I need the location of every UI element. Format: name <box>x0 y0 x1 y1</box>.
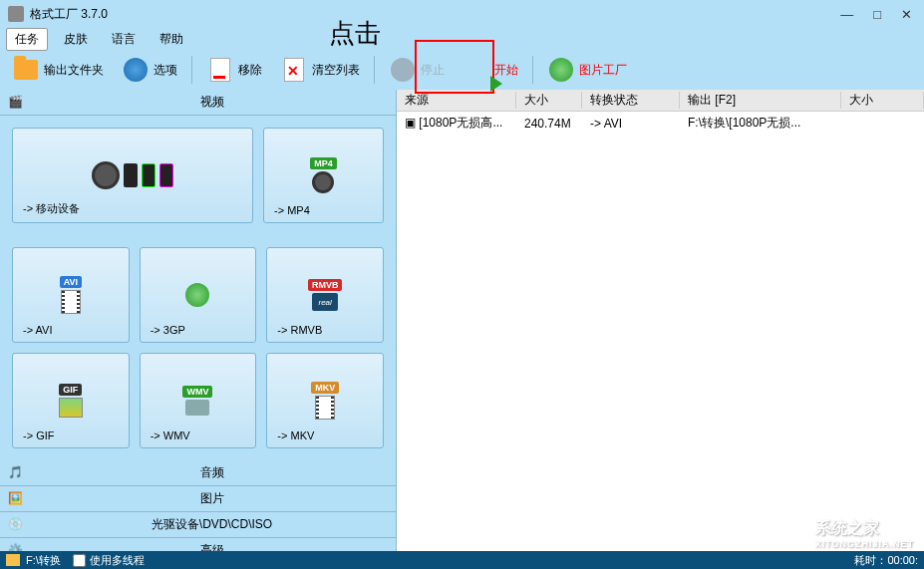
format-rmvb-label: -> RMVB <box>277 324 322 336</box>
format-gif-label: -> GIF <box>23 429 54 441</box>
image-factory-button[interactable]: 图片工厂 <box>541 54 633 86</box>
category-image-label: 图片 <box>36 490 388 507</box>
menubar: 任务 皮肤 语言 帮助 <box>0 28 924 50</box>
window-title: 格式工厂 3.7.0 <box>30 6 108 23</box>
toolbar: 输出文件夹 选项 移除 ✕ 清空列表 停止 开始 图片工厂 <box>0 50 924 90</box>
gif-icon: GIF <box>59 373 83 428</box>
status-path[interactable]: F:\转换 <box>26 553 61 568</box>
advanced-category-icon: ⚙️ <box>8 543 28 552</box>
rmvb-icon: RMVB real <box>308 267 343 323</box>
mkv-icon: MKV <box>311 373 339 428</box>
category-advanced-label: 高级 <box>36 542 388 551</box>
format-mp4-label: -> MP4 <box>274 204 310 216</box>
format-avi[interactable]: AVI -> AVI <box>12 247 130 343</box>
toolbar-separator <box>191 56 192 84</box>
avi-icon: AVI <box>60 267 82 323</box>
menu-language[interactable]: 语言 <box>104 29 144 50</box>
folder-icon[interactable] <box>6 554 20 566</box>
mp4-icon: MP4 <box>310 147 337 203</box>
maximize-button[interactable]: □ <box>869 7 885 22</box>
remove-button[interactable]: 移除 <box>200 54 268 86</box>
3gp-icon <box>185 267 209 323</box>
globe-icon <box>547 56 575 84</box>
statusbar: F:\转换 使用多线程 耗时：00:00: <box>0 551 924 569</box>
category-disc[interactable]: 💿 光驱设备\DVD\CD\ISO <box>0 512 396 538</box>
format-gif[interactable]: GIF -> GIF <box>12 353 130 448</box>
column-headers: 来源 大小 转换状态 输出 [F2] 大小 <box>397 90 924 112</box>
header-status[interactable]: 转换状态 <box>582 92 680 109</box>
output-folder-button[interactable]: 输出文件夹 <box>6 54 110 86</box>
options-label: 选项 <box>154 62 177 79</box>
wmv-icon: WMV <box>182 373 212 428</box>
multithread-label: 使用多线程 <box>90 553 145 568</box>
category-audio-label: 音频 <box>36 464 388 481</box>
video-category-icon: 🎬 <box>8 95 28 111</box>
titlebar: 格式工厂 3.7.0 — □ ✕ <box>0 0 924 28</box>
image-factory-label: 图片工厂 <box>579 62 627 79</box>
clear-list-button[interactable]: ✕ 清空列表 <box>274 54 366 86</box>
disc-category-icon: 💿 <box>8 517 28 533</box>
clear-icon: ✕ <box>280 56 308 84</box>
category-advanced[interactable]: ⚙️ 高级 <box>0 538 396 551</box>
audio-category-icon: 🎵 <box>8 465 28 481</box>
globe-icon <box>122 56 150 84</box>
start-icon <box>462 56 490 84</box>
close-button[interactable]: ✕ <box>897 7 916 22</box>
header-size[interactable]: 大小 <box>516 92 582 109</box>
window-controls: — □ ✕ <box>836 7 916 22</box>
cell-output: F:\转换\[1080P无损... <box>680 115 841 132</box>
remove-label: 移除 <box>238 62 262 79</box>
cell-size: 240.74M <box>516 117 582 131</box>
format-mp4[interactable]: MP4 -> MP4 <box>263 128 384 223</box>
folder-icon <box>12 56 40 84</box>
format-rmvb[interactable]: RMVB real -> RMVB <box>266 247 384 343</box>
toolbar-separator <box>532 56 533 84</box>
table-row[interactable]: ▣ [1080P无损高... 240.74M -> AVI F:\转换\[108… <box>397 112 924 135</box>
category-video-label: 视频 <box>36 94 388 111</box>
multithread-checkbox[interactable] <box>73 554 86 567</box>
clear-list-label: 清空列表 <box>312 62 360 79</box>
stop-icon <box>389 56 417 84</box>
header-source[interactable]: 来源 <box>397 92 516 109</box>
main-area: 🎬 视频 -> 移动设备 MP4 -> MP4 AVI <box>0 90 924 551</box>
toolbar-separator <box>374 56 375 84</box>
format-grid: -> 移动设备 MP4 -> MP4 <box>0 116 396 235</box>
menu-help[interactable]: 帮助 <box>152 29 191 50</box>
stop-label: 停止 <box>421 62 445 79</box>
format-mkv-label: -> MKV <box>277 429 314 441</box>
header-output[interactable]: 输出 [F2] <box>680 92 841 109</box>
cell-status: -> AVI <box>582 117 680 131</box>
category-video[interactable]: 🎬 视频 <box>0 90 396 116</box>
cell-source: ▣ [1080P无损高... <box>397 115 516 132</box>
file-type-icon: ▣ <box>405 116 416 130</box>
format-3gp[interactable]: -> 3GP <box>140 247 257 343</box>
stop-button[interactable]: 停止 <box>383 54 451 86</box>
format-grid: AVI -> AVI -> 3GP RMVB real -> RMVB GIF <box>0 235 396 460</box>
task-list: 来源 大小 转换状态 输出 [F2] 大小 ▣ [1080P无损高... 240… <box>397 90 924 551</box>
category-image[interactable]: 🖼️ 图片 <box>0 486 396 512</box>
category-disc-label: 光驱设备\DVD\CD\ISO <box>36 516 388 533</box>
format-mobile-label: -> 移动设备 <box>23 201 80 216</box>
annotation-label: 点击 <box>329 16 381 51</box>
sidebar: 🎬 视频 -> 移动设备 MP4 -> MP4 AVI <box>0 90 397 551</box>
format-mobile[interactable]: -> 移动设备 <box>12 128 253 223</box>
mobile-icon <box>92 147 173 203</box>
elapsed-time: 耗时：00:00: <box>854 553 918 568</box>
output-folder-label: 输出文件夹 <box>44 62 104 79</box>
header-size2[interactable]: 大小 <box>841 92 924 109</box>
image-category-icon: 🖼️ <box>8 491 28 507</box>
format-mkv[interactable]: MKV -> MKV <box>266 353 384 448</box>
menu-task[interactable]: 任务 <box>6 28 48 51</box>
format-avi-label: -> AVI <box>23 324 52 336</box>
category-audio[interactable]: 🎵 音频 <box>0 460 396 486</box>
format-wmv[interactable]: WMV -> WMV <box>140 353 257 448</box>
minimize-button[interactable]: — <box>836 7 857 22</box>
start-button[interactable]: 开始 <box>457 54 524 86</box>
menu-skin[interactable]: 皮肤 <box>56 29 96 50</box>
remove-icon <box>206 56 234 84</box>
app-icon <box>8 6 24 22</box>
format-wmv-label: -> WMV <box>151 429 190 441</box>
options-button[interactable]: 选项 <box>116 54 183 86</box>
format-3gp-label: -> 3GP <box>151 324 185 336</box>
